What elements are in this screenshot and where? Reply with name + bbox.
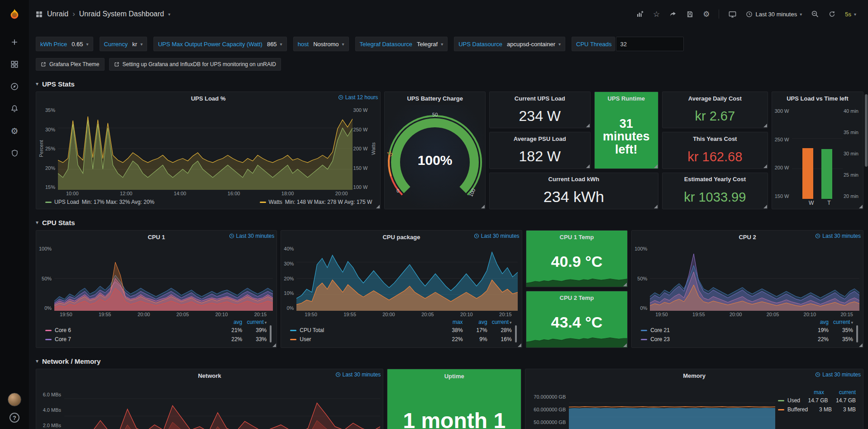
battery-gauge[interactable]: 50 20 0 100 100% bbox=[385, 105, 485, 209]
refresh-button[interactable] bbox=[825, 8, 839, 21]
variable-value-dropdown[interactable]: apcupsd-container▾ bbox=[505, 37, 565, 51]
breadcrumb-title[interactable]: Unraid System Dashboard bbox=[79, 10, 164, 18]
panel-title[interactable]: Estimated Yearly Cost bbox=[663, 173, 768, 186]
panel-title[interactable]: Memory Last 30 minutes bbox=[525, 369, 863, 382]
panel-title[interactable]: UPS Load % Last 12 hours bbox=[36, 92, 380, 105]
panel-title[interactable]: CPU 2 Temp bbox=[526, 291, 628, 304]
clock-icon bbox=[746, 11, 753, 18]
add-panel-button[interactable] bbox=[632, 7, 648, 21]
apps-icon[interactable] bbox=[35, 10, 43, 18]
series-name[interactable]: Core 21 bbox=[641, 327, 804, 333]
series-name[interactable]: Buffered bbox=[778, 406, 808, 413]
panel-title[interactable]: CPU 1 Temp bbox=[526, 231, 628, 243]
time-picker-button[interactable]: Last 30 minutes ▾ bbox=[742, 8, 806, 20]
zoom-out-button[interactable] bbox=[807, 7, 823, 21]
sidebar-item-explore[interactable] bbox=[5, 79, 24, 94]
page-scrollbar[interactable] bbox=[864, 28, 868, 429]
cpu1-temp-sparkline bbox=[526, 276, 628, 287]
panel-title[interactable]: UPS Battery Charge bbox=[385, 92, 485, 105]
sidebar-item-configuration[interactable]: ⚙ bbox=[5, 123, 24, 139]
series-name[interactable]: UPS Load bbox=[54, 199, 79, 205]
bars-chart-plot[interactable] bbox=[792, 108, 843, 199]
legend-scrollbar[interactable] bbox=[515, 325, 517, 342]
grafana-logo[interactable] bbox=[5, 5, 24, 24]
series-name[interactable]: Watts bbox=[269, 199, 282, 205]
legend-scrollbar[interactable] bbox=[856, 325, 858, 342]
panel-title[interactable]: CPU 2 Last 30 minutes bbox=[632, 231, 863, 243]
row-toggle-ups-stats[interactable]: ▾ UPS Stats bbox=[36, 77, 863, 91]
variable-value-dropdown[interactable]: 865▾ bbox=[265, 37, 286, 51]
breadcrumb-folder[interactable]: Unraid bbox=[47, 10, 68, 18]
series-name[interactable]: User bbox=[290, 336, 438, 342]
cpu-threads-input[interactable] bbox=[616, 37, 684, 51]
clock-icon bbox=[474, 233, 479, 239]
legend-item: UPS Load Min: 17% Max: 32% Avg: 20% bbox=[45, 199, 154, 205]
star-button[interactable]: ☆ bbox=[649, 7, 663, 22]
legend-sort-avg[interactable]: avg bbox=[804, 319, 829, 325]
series-name[interactable]: Core 6 bbox=[45, 327, 218, 333]
legend-item: Watts Min: 148 W Max: 278 W Avg: 175 W bbox=[260, 199, 372, 205]
legend-sort-max[interactable]: max bbox=[439, 319, 463, 325]
legend-sort-current[interactable]: current▾ bbox=[487, 319, 512, 325]
row-toggle-network-memory[interactable]: ▾ Network / Memory bbox=[36, 354, 863, 368]
variable-label: host bbox=[294, 41, 312, 48]
panel-title[interactable]: Network Last 30 minutes bbox=[36, 369, 383, 382]
sidebar-item-dashboards[interactable] bbox=[5, 57, 24, 72]
series-name[interactable]: Used bbox=[778, 397, 800, 404]
panel-title[interactable]: Average PSU Load bbox=[490, 132, 590, 145]
panel-title[interactable]: UPS Runtime bbox=[595, 92, 658, 105]
variable-value-dropdown[interactable]: Nostromo▾ bbox=[311, 37, 348, 51]
ups-load-chart-plot[interactable] bbox=[58, 107, 353, 190]
refresh-interval-button[interactable]: 5s ▾ bbox=[841, 8, 860, 20]
panel-title[interactable]: Uptime bbox=[387, 369, 521, 383]
legend-sort-current[interactable]: current bbox=[824, 389, 856, 395]
tv-mode-button[interactable] bbox=[725, 7, 740, 21]
row-toggle-cpu-stats[interactable]: ▾ CPU Stats bbox=[36, 216, 863, 229]
memory-chart-plot[interactable] bbox=[569, 385, 775, 429]
legend-scrollbar[interactable] bbox=[270, 325, 272, 342]
variable-value-dropdown[interactable]: Telegraf▾ bbox=[415, 37, 447, 51]
series-current: 16% bbox=[487, 336, 512, 342]
panel-current-ups-load: Current UPS Load 234 W bbox=[489, 92, 591, 128]
series-name[interactable]: Core 23 bbox=[641, 336, 804, 342]
panel-title[interactable]: This Years Cost bbox=[663, 132, 768, 145]
series-name[interactable]: CPU Total bbox=[290, 327, 438, 333]
cpu1-chart-plot[interactable] bbox=[54, 246, 273, 311]
chart-body: 40%30% 20%10% 0% 19:5019:5520:00 20:0520… bbox=[281, 243, 521, 347]
series-stats: Min: 17% Max: 32% Avg: 20% bbox=[82, 199, 155, 205]
save-button[interactable] bbox=[682, 8, 697, 21]
scrollbar-thumb[interactable] bbox=[865, 94, 868, 167]
panel-title[interactable]: UPS Load vs Time left bbox=[772, 92, 863, 105]
panel-title-text: Current UPS Load bbox=[515, 95, 565, 102]
panel-title[interactable]: Average Daily Cost bbox=[663, 92, 768, 105]
panel-this-years-cost: This Years Cost kr 162.68 bbox=[662, 132, 768, 169]
cpu-package-chart-plot[interactable] bbox=[296, 246, 518, 311]
dashboard-link-plex-theme[interactable]: Grafana Plex Theme bbox=[36, 58, 105, 71]
panel-title[interactable]: CPU 1 Last 30 minutes bbox=[36, 231, 277, 243]
panel-title[interactable]: CPU package Last 30 minutes bbox=[281, 231, 521, 243]
sidebar-item-alerting[interactable] bbox=[5, 101, 24, 116]
legend-sort-avg[interactable]: avg bbox=[218, 319, 242, 325]
legend-sort-max[interactable]: max bbox=[792, 389, 824, 395]
title-caret-icon[interactable]: ▾ bbox=[168, 12, 170, 17]
legend-sort-avg[interactable]: avg bbox=[463, 319, 487, 325]
legend-sort-current[interactable]: current▾ bbox=[242, 319, 267, 325]
dashboard-link-ups-guide[interactable]: Setting up Grafana and InfluxDB for UPS … bbox=[109, 58, 281, 71]
variable-value: kr bbox=[132, 41, 137, 48]
variable-value-dropdown[interactable]: 0.65▾ bbox=[70, 37, 92, 51]
sidebar-item-create[interactable] bbox=[5, 34, 24, 50]
dashboard-settings-button[interactable]: ⚙ bbox=[699, 8, 713, 21]
chart-body: 100%50%0% 19:5019:5520:00 20:0520:1020:1… bbox=[36, 243, 277, 347]
panel-title[interactable]: Current Load kWh bbox=[490, 173, 658, 186]
variable-value-dropdown[interactable]: kr▾ bbox=[130, 37, 147, 51]
series-name[interactable]: Core 7 bbox=[45, 336, 218, 342]
share-button[interactable] bbox=[665, 7, 681, 21]
plus-icon bbox=[10, 38, 19, 47]
user-avatar[interactable] bbox=[8, 393, 21, 406]
sidebar-item-server-admin[interactable] bbox=[5, 145, 24, 161]
network-chart-plot[interactable] bbox=[64, 385, 380, 429]
legend-sort-current[interactable]: current▾ bbox=[829, 319, 853, 325]
panel-title[interactable]: Current UPS Load bbox=[490, 92, 590, 105]
cpu2-chart-plot[interactable] bbox=[650, 246, 859, 311]
sidebar-item-help[interactable]: ? bbox=[10, 413, 19, 423]
